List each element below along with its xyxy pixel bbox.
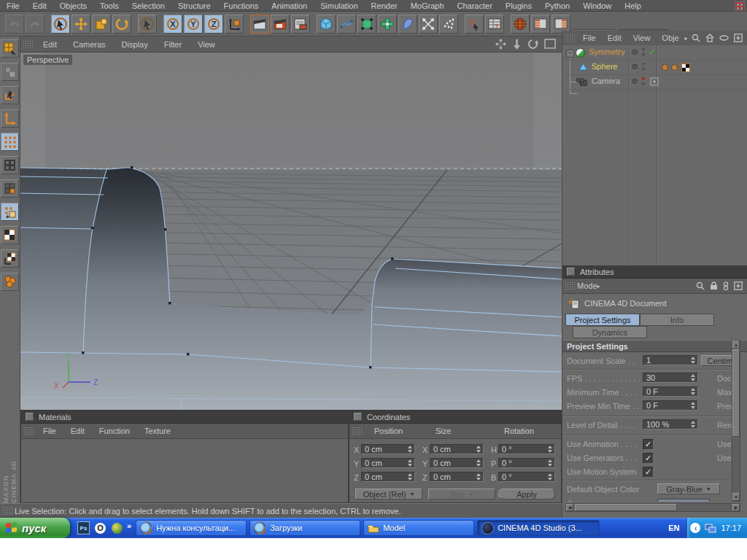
menu-edit[interactable]: Edit bbox=[26, 1, 53, 10]
edges-mode-button[interactable] bbox=[1, 156, 19, 174]
coordinate-system-button[interactable] bbox=[225, 15, 244, 34]
eye-icon[interactable] bbox=[719, 34, 729, 42]
visibility-toggle-bottom[interactable] bbox=[642, 82, 645, 85]
smoothing-tag-icon[interactable] bbox=[671, 64, 678, 71]
spinner[interactable] bbox=[690, 374, 697, 381]
rot-p-field[interactable]: 0 ° bbox=[498, 458, 555, 468]
rotate-tool[interactable] bbox=[112, 15, 131, 34]
level-of-detail-field[interactable]: 100 % bbox=[643, 419, 698, 429]
command-table-button[interactable]: ? bbox=[485, 15, 504, 34]
undo-button[interactable] bbox=[5, 15, 24, 34]
panel-icon[interactable] bbox=[567, 268, 575, 276]
mode-menu[interactable]: Mode bbox=[577, 281, 597, 290]
tab-dynamics[interactable]: Dynamics bbox=[573, 326, 647, 338]
materials-menu-edit[interactable]: Edit bbox=[63, 427, 92, 435]
use-animation-checkbox[interactable]: ✓ bbox=[643, 439, 654, 450]
spinner[interactable] bbox=[690, 388, 697, 395]
pan-view-icon[interactable] bbox=[495, 39, 506, 50]
clock[interactable]: 17:17 bbox=[721, 524, 741, 532]
menu-render[interactable]: Render bbox=[365, 1, 404, 10]
model-mode-button[interactable] bbox=[1, 63, 19, 81]
menu-window[interactable]: Window bbox=[576, 1, 618, 10]
pos-x-field[interactable]: 0 cm bbox=[361, 444, 415, 454]
visibility-toggle-top[interactable] bbox=[642, 63, 645, 66]
add-panel-icon[interactable] bbox=[734, 281, 743, 290]
spinner[interactable] bbox=[690, 357, 697, 364]
pos-y-field[interactable]: 0 cm bbox=[361, 458, 415, 468]
add-environment-button[interactable] bbox=[419, 15, 438, 34]
editor-visibility-dot[interactable] bbox=[632, 50, 638, 55]
object-mode-button[interactable] bbox=[1, 86, 19, 104]
tree-label-sphere[interactable]: Sphere bbox=[592, 62, 617, 71]
objects-menu-edit[interactable]: Edit bbox=[602, 34, 627, 42]
spinner[interactable] bbox=[407, 459, 414, 467]
render-visibility-red-dot[interactable] bbox=[642, 77, 645, 80]
axis-mode-button[interactable] bbox=[1, 109, 19, 128]
scroll-right-icon[interactable]: ▶ bbox=[735, 505, 738, 510]
add-spline-button[interactable] bbox=[337, 15, 356, 34]
layout-panel-1-button[interactable] bbox=[531, 15, 550, 34]
menu-help[interactable]: Help bbox=[618, 1, 648, 10]
tree-label-camera[interactable]: Camera bbox=[592, 77, 620, 85]
scroll-down-icon[interactable]: ▼ bbox=[734, 495, 738, 499]
menu-python[interactable]: Python bbox=[538, 1, 576, 10]
redo-button[interactable] bbox=[26, 15, 44, 34]
browser-globe-quicklaunch-icon[interactable] bbox=[111, 522, 123, 534]
materials-menu-file[interactable]: File bbox=[36, 427, 63, 435]
render-view-button[interactable] bbox=[250, 15, 269, 34]
search-icon[interactable] bbox=[692, 34, 700, 42]
enabled-check-icon[interactable]: ✓ bbox=[649, 47, 655, 57]
taskbar-task-firefox-2[interactable]: Загрузки bbox=[249, 520, 360, 536]
layout-corner-icon[interactable] bbox=[735, 1, 745, 11]
taskbar-task-cinema4d[interactable]: CINEMA 4D Studio (3... bbox=[477, 520, 600, 536]
default-object-color-dropdown[interactable]: Gray-Blue ▼ bbox=[657, 483, 720, 494]
menu-mograph[interactable]: MoGraph bbox=[404, 1, 451, 10]
history-icon[interactable] bbox=[723, 281, 729, 290]
minimum-time-field[interactable]: 0 F bbox=[643, 386, 698, 397]
visibility-toggle-bottom[interactable] bbox=[642, 68, 645, 71]
spinner[interactable] bbox=[476, 473, 482, 481]
viewport-menu-filter[interactable]: Filter bbox=[156, 40, 190, 49]
document-scale-field[interactable]: 1 bbox=[643, 355, 698, 365]
language-indicator[interactable]: EN bbox=[668, 524, 679, 532]
attributes-object-row[interactable]: CINEMA 4D Document bbox=[562, 295, 747, 312]
quicklaunch-overflow-chevron[interactable]: » bbox=[127, 521, 131, 530]
drag-handle[interactable] bbox=[565, 34, 575, 42]
toggle-view-icon[interactable] bbox=[544, 39, 556, 49]
zoom-view-icon[interactable] bbox=[512, 39, 522, 50]
add-modifier-button[interactable] bbox=[378, 15, 397, 34]
spinner[interactable] bbox=[407, 473, 414, 481]
lock-icon[interactable] bbox=[710, 281, 718, 290]
size-mode-dropdown[interactable]: Size ▼ bbox=[428, 489, 495, 499]
spinner[interactable] bbox=[407, 446, 414, 453]
add-hypernurbs-button[interactable] bbox=[357, 15, 376, 34]
make-editable-button[interactable] bbox=[1, 39, 19, 58]
menu-character[interactable]: Character bbox=[451, 1, 499, 10]
add-panel-icon[interactable] bbox=[734, 34, 743, 42]
size-y-field[interactable]: 0 cm bbox=[430, 458, 484, 468]
objects-menu-objects[interactable]: Obje bbox=[656, 34, 684, 42]
menu-file[interactable]: File bbox=[0, 1, 26, 10]
rot-h-field[interactable]: 0 ° bbox=[498, 444, 555, 454]
network-tray-icon[interactable] bbox=[705, 523, 716, 533]
attributes-title-bar[interactable]: Attributes bbox=[562, 265, 747, 279]
tree-label-symmetry[interactable]: Symmetry bbox=[589, 47, 625, 56]
scrollbar-thumb[interactable] bbox=[575, 504, 677, 511]
drag-handle[interactable] bbox=[23, 427, 34, 435]
collapse-icon[interactable]: − bbox=[566, 50, 574, 58]
tab-info[interactable]: Info bbox=[640, 314, 714, 326]
menu-tools[interactable]: Tools bbox=[93, 1, 125, 10]
spinner[interactable] bbox=[547, 446, 554, 453]
visibility-toggle-bottom[interactable] bbox=[642, 53, 645, 56]
menu-functions[interactable]: Functions bbox=[217, 1, 266, 10]
move-tool[interactable] bbox=[71, 15, 90, 34]
help-button[interactable]: ? bbox=[465, 15, 484, 34]
tree-row-sphere[interactable]: Sphere bbox=[562, 60, 747, 75]
menu-simulation[interactable]: Simulation bbox=[314, 1, 364, 10]
materials-menu-function[interactable]: Function bbox=[92, 427, 137, 435]
document-scale-unit-dropdown[interactable]: Centim bbox=[701, 355, 732, 366]
drag-handle[interactable] bbox=[23, 40, 33, 49]
pos-z-field[interactable]: 0 cm bbox=[361, 472, 415, 482]
spinner[interactable] bbox=[690, 402, 697, 409]
attributes-horizontal-scrollbar[interactable]: ◀ ▶ bbox=[565, 503, 740, 512]
